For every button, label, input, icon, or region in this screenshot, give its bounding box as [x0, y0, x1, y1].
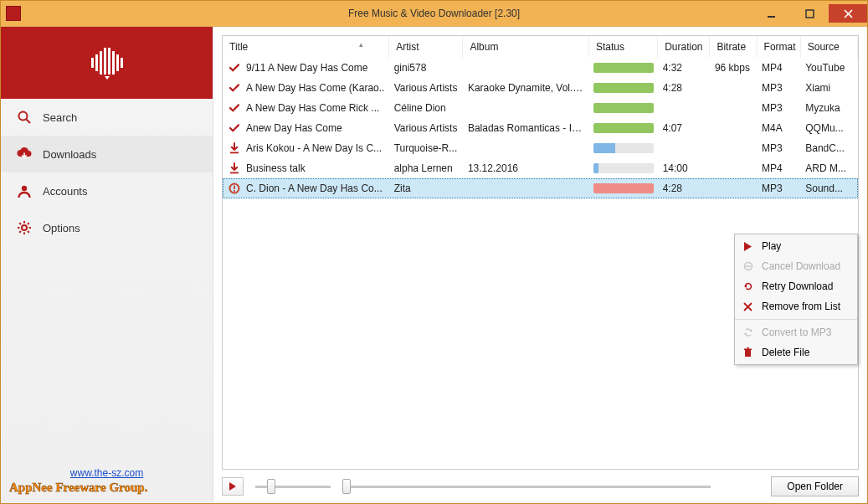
sidebar-item-label: Options — [43, 222, 80, 234]
error-icon — [228, 182, 241, 195]
search-icon — [16, 109, 33, 126]
table-row[interactable]: C. Dion - A New Day Has Co...Zita4:28MP3… — [223, 178, 858, 198]
menu-item-retry-download[interactable]: Retry Download — [735, 276, 857, 296]
sidebar: Search Downloads Accounts — [1, 27, 213, 503]
table-row[interactable]: Business talkalpha Lernen13.12.201614:00… — [223, 158, 858, 178]
menu-item-label: Retry Download — [762, 280, 833, 292]
svg-rect-1 — [806, 10, 814, 18]
volume-slider[interactable] — [255, 486, 331, 488]
app-icon — [6, 6, 21, 21]
cell-artist: Various Artists — [389, 118, 463, 138]
cell-status — [588, 78, 657, 98]
cell-artist: gini578 — [389, 58, 463, 78]
table-row[interactable]: Aris Kokou - A New Day Is C...Turquoise-… — [223, 138, 858, 158]
cancel-icon — [743, 261, 755, 271]
cell-album — [463, 138, 588, 158]
cell-format: M4A — [757, 118, 800, 138]
col-source[interactable]: Source — [800, 36, 857, 58]
menu-item-label: Play — [762, 240, 781, 252]
svg-rect-2 — [91, 58, 94, 68]
menu-separator — [735, 319, 857, 320]
cell-title: Aris Kokou - A New Day Is C... — [246, 142, 382, 154]
menu-item-convert-to-mp3: Convert to MP3 — [735, 322, 857, 342]
titlebar: Free Music & Video Downloader [2.30] — [1, 1, 867, 26]
sidebar-item-options[interactable]: Options — [1, 209, 213, 246]
svg-line-12 — [27, 120, 31, 124]
play-icon — [229, 482, 237, 491]
download-icon — [228, 162, 241, 175]
check-icon — [228, 101, 241, 115]
play-button[interactable] — [222, 477, 244, 496]
svg-marker-33 — [744, 332, 746, 336]
sidebar-item-accounts[interactable]: Accounts — [1, 172, 213, 209]
cell-duration: 4:28 — [658, 178, 710, 198]
cell-status — [588, 118, 657, 138]
cloud-download-icon — [16, 146, 33, 162]
svg-rect-27 — [234, 190, 235, 192]
cell-duration: 4:32 — [658, 58, 710, 78]
svg-rect-35 — [744, 349, 752, 351]
menu-item-play[interactable]: Play — [735, 236, 857, 256]
close-icon — [844, 9, 853, 18]
menu-item-label: Cancel Download — [762, 260, 840, 272]
menu-item-remove-from-list[interactable]: Remove from List — [735, 296, 857, 316]
app-window: Free Music & Video Downloader [2.30] — [0, 0, 868, 504]
svg-rect-34 — [745, 350, 751, 357]
menu-item-delete-file[interactable]: Delete File — [735, 342, 857, 363]
cell-title: C. Dion - A New Day Has Co... — [246, 183, 383, 194]
close-button[interactable] — [829, 4, 867, 23]
cell-status — [588, 98, 657, 118]
minimize-button[interactable] — [752, 4, 790, 23]
download-icon — [228, 141, 241, 155]
brand-logo — [1, 27, 213, 99]
table-row[interactable]: A New Day Has Come Rick ...Céline DionMP… — [223, 98, 858, 118]
cell-album — [463, 178, 588, 198]
cell-bitrate — [710, 138, 757, 158]
cell-album — [463, 58, 588, 78]
seek-slider[interactable] — [342, 486, 711, 488]
svg-rect-24 — [230, 172, 239, 174]
table-row[interactable]: A New Day Has Come (Karao...Various Arti… — [223, 78, 858, 98]
remove-icon — [743, 302, 755, 311]
cell-artist: Various Artists — [389, 78, 463, 98]
app-body: Search Downloads Accounts — [1, 26, 867, 503]
cell-format: MP4 — [757, 158, 800, 178]
table-row[interactable]: 9/11 A New Day Has Comegini5784:3296 kbp… — [223, 58, 858, 78]
svg-rect-9 — [121, 58, 123, 68]
delete-icon — [743, 347, 755, 357]
cell-album: Baladas Romanticas - In... — [463, 118, 588, 138]
cell-album — [463, 98, 588, 118]
sidebar-item-label: Search — [43, 111, 77, 124]
check-icon — [228, 61, 241, 75]
cell-source: Myzuka — [800, 98, 857, 118]
cell-artist: Zita — [389, 178, 463, 198]
gear-icon — [16, 219, 33, 236]
cell-format: MP3 — [757, 98, 800, 118]
open-folder-button[interactable]: Open Folder — [771, 476, 859, 496]
footer-link[interactable]: www.the-sz.com — [9, 467, 204, 479]
col-bitrate[interactable]: Bitrate — [710, 36, 757, 58]
cell-format: MP3 — [757, 178, 800, 198]
svg-rect-7 — [112, 51, 115, 75]
sidebar-item-search[interactable]: Search — [1, 99, 213, 136]
cell-format: MP4 — [757, 58, 800, 78]
svg-rect-6 — [108, 48, 110, 75]
cell-source: Sound... — [800, 178, 857, 198]
cell-format: MP3 — [757, 138, 800, 158]
cell-title: A New Day Has Come Rick ... — [246, 102, 379, 114]
maximize-button[interactable] — [790, 4, 829, 23]
sidebar-item-downloads[interactable]: Downloads — [1, 136, 213, 172]
col-album[interactable]: Album — [463, 36, 588, 58]
col-status[interactable]: Status — [588, 36, 657, 58]
col-duration[interactable]: Duration — [658, 36, 710, 58]
col-artist[interactable]: Artist — [389, 36, 463, 58]
table-row[interactable]: Anew Day Has ComeVarious ArtistsBaladas … — [223, 118, 858, 138]
cell-artist: Turquoise-R... — [389, 138, 463, 158]
menu-item-label: Convert to MP3 — [762, 327, 831, 338]
col-title[interactable]: Title▴ — [223, 36, 389, 58]
menu-item-label: Delete File — [762, 347, 809, 358]
cell-bitrate — [710, 78, 757, 98]
col-format[interactable]: Format — [757, 36, 800, 58]
svg-rect-8 — [116, 54, 119, 71]
cell-source: QQMu... — [800, 118, 857, 138]
